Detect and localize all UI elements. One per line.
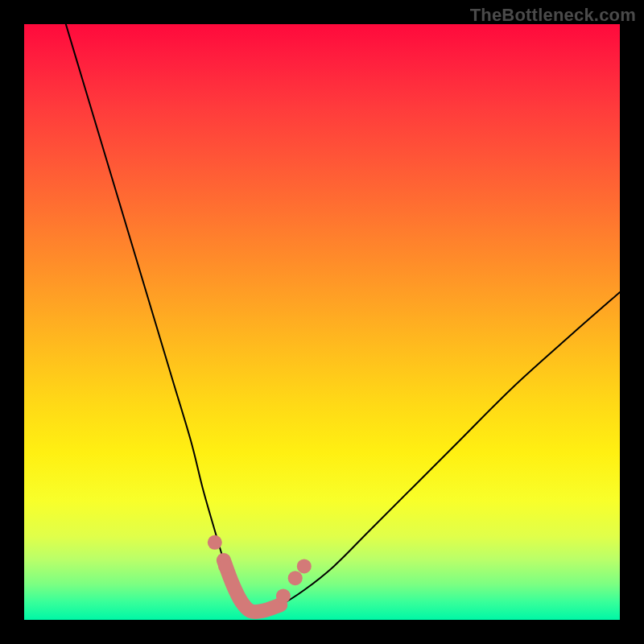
marker-dot [297, 559, 312, 573]
marker-dot [208, 535, 222, 550]
chart-frame: TheBottleneck.com [0, 0, 644, 644]
bottleneck-curve [66, 24, 620, 612]
marker-dot [276, 588, 291, 603]
plot-area [24, 24, 620, 620]
marker-dot [288, 571, 303, 585]
watermark-text: TheBottleneck.com [470, 5, 636, 26]
marker-dots [208, 535, 312, 604]
marker-dot [218, 559, 233, 573]
chart-svg [24, 24, 620, 620]
